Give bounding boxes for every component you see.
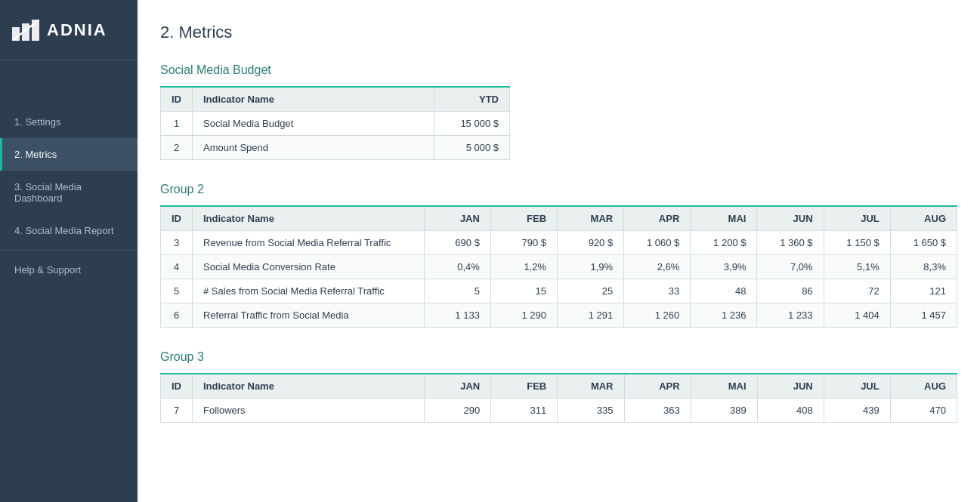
sidebar-item-metrics[interactable]: 2. Metrics: [0, 138, 138, 171]
g2-r0-feb: 790 $: [490, 231, 557, 255]
sidebar: ADNIA 1. Settings 2. Metrics 3. Social M…: [0, 0, 138, 502]
g2-r0-name[interactable]: Revenue from Social Media Referral Traff…: [193, 231, 425, 255]
g2-r2-name: # Sales from Social Media Referral Traff…: [193, 279, 425, 303]
g2-r0-apr: 1 060 $: [624, 231, 691, 255]
g2-r2-apr: 33: [624, 279, 691, 303]
g3-col-apr: APR: [624, 374, 691, 399]
budget-section-title: Social Media Budget: [160, 63, 957, 77]
g3-r0-name[interactable]: Followers: [193, 399, 425, 423]
g2-col-name: Indicator Name: [193, 206, 425, 231]
g2-r3-mai: 1 236: [691, 303, 757, 328]
g2-r3-jun: 1 233: [757, 303, 824, 328]
group2-section-title: Group 2: [160, 183, 957, 196]
g2-r0-mar: 920 $: [558, 231, 624, 255]
table-row: 4 Social Media Conversion Rate 0,4% 1,2%…: [161, 255, 957, 279]
budget-col-ytd: YTD: [434, 87, 510, 112]
g2-r0-mai: 1 200 $: [691, 231, 757, 255]
g2-r1-aug: 8,3%: [890, 255, 957, 279]
g2-r1-mar: 1,9%: [558, 255, 624, 279]
g2-r1-name: Social Media Conversion Rate: [193, 255, 425, 279]
g3-col-jan: JAN: [425, 374, 491, 399]
g2-r2-mai: 48: [691, 279, 757, 303]
sidebar-item-settings[interactable]: 1. Settings: [0, 106, 138, 138]
logo-text: ADNIA: [47, 20, 107, 40]
table-row: 1 Social Media Budget 15 000 $: [161, 112, 510, 136]
g2-r1-apr: 2,6%: [624, 255, 691, 279]
budget-row2-ytd: 5 000 $: [434, 136, 510, 160]
nav-spacer: [0, 60, 138, 106]
budget-row2-name[interactable]: Amount Spend: [193, 136, 434, 160]
g3-r0-jul: 439: [824, 399, 890, 423]
g2-r1-id: 4: [161, 255, 193, 279]
g3-col-mar: MAR: [558, 374, 624, 399]
g2-r1-jun: 7,0%: [757, 255, 824, 279]
g2-col-apr: APR: [624, 206, 691, 231]
g2-r0-aug: 1 650 $: [890, 231, 957, 255]
g3-col-feb: FEB: [491, 374, 558, 399]
g3-col-jun: JUN: [757, 374, 824, 399]
main-content: 2. Metrics Social Media Budget ID Indica…: [138, 0, 980, 502]
g2-r2-id: 5: [161, 279, 193, 303]
g2-r0-jan: 690 $: [424, 231, 490, 255]
g2-r2-mar: 25: [558, 279, 624, 303]
group2-section: Group 2 ID Indicator Name JAN FEB MAR AP…: [160, 183, 957, 328]
g2-r0-jun: 1 360 $: [757, 231, 824, 255]
budget-table: ID Indicator Name YTD 1 Social Media Bud…: [160, 86, 510, 160]
budget-row1-id: 1: [161, 112, 193, 136]
budget-row1-name[interactable]: Social Media Budget: [193, 112, 434, 136]
g2-r3-jan: 1 133: [424, 303, 490, 328]
g2-col-mar: MAR: [558, 206, 624, 231]
budget-col-id: ID: [161, 87, 193, 112]
table-row: 2 Amount Spend 5 000 $: [161, 136, 510, 160]
budget-row1-ytd: 15 000 $: [434, 112, 510, 136]
g3-col-mai: MAI: [691, 374, 757, 399]
table-row: 7 Followers 290 311 335 363 389 408 439 …: [161, 399, 957, 423]
g2-r3-id: 6: [161, 303, 193, 328]
logo-area: ADNIA: [0, 0, 138, 60]
g3-col-id: ID: [161, 374, 193, 399]
g3-col-name: Indicator Name: [193, 374, 425, 399]
sidebar-item-help[interactable]: Help & Support: [0, 254, 138, 286]
budget-section: Social Media Budget ID Indicator Name YT…: [160, 63, 957, 160]
g2-r3-aug: 1 457: [890, 303, 957, 328]
table-row: 6 Referral Traffic from Social Media 1 1…: [161, 303, 957, 328]
sidebar-item-report[interactable]: 4. Social Media Report: [0, 214, 138, 247]
g2-r0-id: 3: [161, 231, 193, 255]
sidebar-item-dashboard[interactable]: 3. Social Media Dashboard: [0, 171, 138, 214]
g2-col-aug: AUG: [890, 206, 957, 231]
g2-col-mai: MAI: [691, 206, 757, 231]
g2-r3-mar: 1 291: [558, 303, 624, 328]
g2-col-jun: JUN: [757, 206, 824, 231]
logo-icon: [12, 20, 39, 41]
g2-r1-jan: 0,4%: [424, 255, 490, 279]
g3-r0-jan: 290: [425, 399, 491, 423]
g3-col-jul: JUL: [824, 374, 890, 399]
g2-r3-apr: 1 260: [624, 303, 691, 328]
budget-row2-id: 2: [161, 136, 193, 160]
g2-col-feb: FEB: [490, 206, 557, 231]
g3-r0-jun: 408: [757, 399, 824, 423]
g3-r0-mai: 389: [691, 399, 757, 423]
g2-r1-mai: 3,9%: [691, 255, 757, 279]
g2-r3-jul: 1 404: [824, 303, 890, 328]
g3-r0-apr: 363: [624, 399, 691, 423]
g2-r2-jun: 86: [757, 279, 824, 303]
g3-r0-aug: 470: [890, 399, 957, 423]
g2-r2-aug: 121: [890, 279, 957, 303]
g2-r2-feb: 15: [490, 279, 557, 303]
g2-r3-feb: 1 290: [490, 303, 557, 328]
g2-col-jul: JUL: [824, 206, 890, 231]
page-title: 2. Metrics: [160, 23, 957, 42]
group3-section: Group 3 ID Indicator Name JAN FEB MAR AP…: [160, 350, 957, 423]
g3-r0-mar: 335: [558, 399, 624, 423]
nav-divider: [0, 250, 138, 251]
g3-col-aug: AUG: [890, 374, 957, 399]
group3-section-title: Group 3: [160, 350, 957, 364]
g3-r0-feb: 311: [491, 399, 558, 423]
g2-col-id: ID: [161, 206, 193, 231]
g2-r3-name: Referral Traffic from Social Media: [193, 303, 425, 328]
g2-r0-jul: 1 150 $: [824, 231, 890, 255]
g2-col-jan: JAN: [424, 206, 490, 231]
g2-r2-jul: 72: [824, 279, 890, 303]
budget-col-name: Indicator Name: [193, 87, 434, 112]
